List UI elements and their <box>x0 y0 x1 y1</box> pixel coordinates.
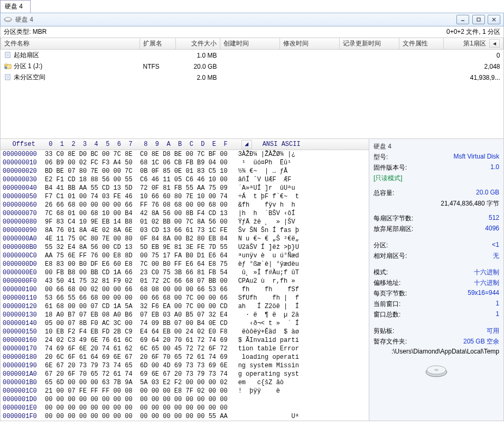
relative-sector-value: 无 <box>493 252 499 261</box>
hex-row[interactable]: 0000000B055 32 E4 8A 56 00 CD 13 5D EB 9… <box>1 243 369 252</box>
hex-row[interactable]: 0000001906E 67 20 73 79 73 74 65 6D 00 4… <box>1 361 369 370</box>
hex-ascii-header: ANSI ASCII <box>263 140 301 148</box>
mode-value: 十六进制 <box>474 268 499 277</box>
col-modified[interactable]: 修改时间 <box>279 38 339 50</box>
info-bar: 分区类型: MBR 0+0+2 文件, 1 分区 <box>0 26 504 38</box>
table-row[interactable]: 分区 1 (J:)NTFS20.0 GB2,048 <box>1 61 503 72</box>
hex-row[interactable]: 0000000F043 50 41 75 32 81 F9 02 01 72 2… <box>1 277 369 285</box>
firmware-label: 固件版本号: <box>374 163 407 172</box>
col-first-sector[interactable]: 第1扇区◂ <box>444 38 503 50</box>
svg-point-1 <box>5 17 11 21</box>
hex-row[interactable]: 0000000D0E8 83 00 B0 DF E6 60 E8 7C 00 B… <box>1 260 369 268</box>
drive-icon <box>4 16 12 23</box>
hex-row[interactable]: 0000001A067 20 6F 70 65 72 61 74 69 6E 6… <box>1 370 369 378</box>
hex-row[interactable]: 00000011053 66 55 66 68 00 00 00 00 66 6… <box>1 294 369 302</box>
hex-columns-header: 0 1 2 3 4 5 6 7 8 9 A B C D E F <box>45 140 228 148</box>
partition-label: 分区: <box>374 241 388 250</box>
clipboard-label: 剪贴板: <box>374 327 394 336</box>
close-button[interactable] <box>488 15 500 24</box>
hex-row[interactable]: 0000000E000 FB B8 00 BB CD 1A 66 23 C0 7… <box>1 268 369 277</box>
hex-toggle-icon[interactable]: ◢ <box>241 140 252 148</box>
bytes-per-page-label: 每页字节数: <box>374 289 407 298</box>
temp-folder-path: :\Users\Diamond\AppData\Local\Temp <box>374 348 499 355</box>
capacity-label: 总容量: <box>374 189 394 198</box>
hex-row[interactable]: 0000001E000 00 00 00 00 00 00 00 00 00 0… <box>1 404 369 412</box>
hex-offset-header: Offset <box>3 140 45 148</box>
partition-value: <1 <box>492 241 499 250</box>
bytes-per-page-value: 59x16=944 <box>468 289 499 298</box>
hex-row[interactable]: 0000000C0AA 75 6E FF 76 00 E8 8D 00 75 1… <box>1 252 369 260</box>
hex-row[interactable]: 0000000809F 83 C4 10 9E EB 14 B8 01 02 B… <box>1 218 369 226</box>
partition-icon <box>4 63 12 69</box>
hex-row[interactable]: 0000001F000 00 00 00 00 00 00 00 00 00 0… <box>1 412 369 421</box>
hex-editor[interactable]: Offset 0 1 2 3 4 5 6 7 8 9 A B C D E F ◢… <box>1 139 369 421</box>
total-windows-value: 1 <box>496 310 499 319</box>
hex-row[interactable]: 00000010000 66 68 00 02 00 00 66 68 08 0… <box>1 285 369 294</box>
partition-type-label: 分区类型: MBR <box>4 27 46 36</box>
capacity-bytes: 21,474,836,480 字节 <box>374 199 499 208</box>
drive-large-icon <box>374 363 499 378</box>
hex-row[interactable]: 000000050F7 C1 01 00 74 03 FE 46 10 66 6… <box>1 192 369 201</box>
file-count-label: 0+0+2 文件, 1 分区 <box>446 27 500 36</box>
hex-row[interactable]: 0000001D000 00 00 00 00 00 00 00 00 00 0… <box>1 395 369 404</box>
tail-sectors-label: 放弃尾部扇区: <box>374 225 413 234</box>
sector-icon <box>4 52 12 58</box>
bytes-per-sector-value: 512 <box>489 214 499 223</box>
capacity-value: 20.0 GB <box>476 189 499 198</box>
current-window-value: 1 <box>496 300 499 309</box>
details-panel: 硬盘 4 型号:Msft Virtual Disk 固件版本号:1.0 [只读模… <box>369 139 503 421</box>
table-row[interactable]: 未分区空间2.0 MB41,938,9... <box>1 72 503 83</box>
hex-row[interactable]: 0000001C021 00 07 FE FF FF 00 08 00 00 0… <box>1 387 369 395</box>
col-size[interactable]: 文件大小 <box>175 38 220 50</box>
col-created[interactable]: 创建时间 <box>220 38 279 50</box>
col-ext[interactable]: 扩展名 <box>140 38 176 50</box>
hex-row[interactable]: 00000006026 66 68 00 00 00 00 66 FF 76 0… <box>1 201 369 209</box>
hex-row[interactable]: 000000040B4 41 BB AA 55 CD 13 5D 72 0F 8… <box>1 184 369 192</box>
hex-row[interactable]: 00000013018 A0 B7 07 EB 08 A0 B6 07 EB 0… <box>1 311 369 319</box>
file-list[interactable]: 文件名称 扩展名 文件大小 创建时间 修改时间 记录更新时间 文件属性 第1扇区… <box>0 38 504 139</box>
hex-row[interactable]: 00000001006 B9 00 02 FC F3 A4 50 68 1C 0… <box>1 159 369 167</box>
maximize-button[interactable] <box>472 15 485 24</box>
hex-row[interactable]: 0000001B065 6D 00 00 00 63 7B 9A 5A 03 E… <box>1 378 369 387</box>
svg-rect-3 <box>477 18 480 21</box>
bytes-per-sector-label: 每扇区字节数: <box>374 214 413 223</box>
panel-header: 硬盘 4 <box>0 13 504 26</box>
hex-row[interactable]: 000000020BD BE 07 80 7E 00 00 7C 0B 0F 8… <box>1 167 369 175</box>
col-record[interactable]: 记录更新时间 <box>339 38 399 50</box>
col-attr[interactable]: 文件属性 <box>399 38 443 50</box>
temp-folder-value: 205 GB 空余 <box>463 337 499 346</box>
hex-row[interactable]: 00000015010 EB F2 F4 EB FD 2B C9 E4 64 E… <box>1 328 369 336</box>
hex-row[interactable]: 00000000033 C0 8E D0 BC 00 7C 8E C0 8E D… <box>1 150 369 159</box>
outer-tab[interactable]: 硬盘 4 <box>0 0 31 13</box>
first-sector-sort-icon[interactable]: ◂ <box>489 39 500 48</box>
svg-rect-11 <box>5 64 7 66</box>
hex-row[interactable]: 00000014005 00 07 8B F0 AC 3C 00 74 09 B… <box>1 319 369 328</box>
hex-row[interactable]: 0000000A04E 11 75 0C 80 7E 00 80 0F 84 8… <box>1 235 369 243</box>
current-window-label: 当前窗口: <box>374 300 400 309</box>
hex-row[interactable]: 00000016024 02 C3 49 6E 76 61 6C 69 64 2… <box>1 336 369 345</box>
offset-addr-label: 偏移地址: <box>374 278 400 287</box>
col-name[interactable]: 文件名称 <box>1 38 140 50</box>
hex-row[interactable]: 00000018020 6C 6F 61 64 69 6E 67 20 6F 7… <box>1 353 369 361</box>
hex-row[interactable]: 00000012061 68 00 00 07 CD 1A 5A 32 F6 E… <box>1 302 369 311</box>
panel-title: 硬盘 4 <box>15 15 33 24</box>
relative-sector-label: 相对扇区号: <box>374 252 407 261</box>
hex-row[interactable]: 0000000707C 68 01 00 68 10 00 B4 42 8A 5… <box>1 209 369 218</box>
firmware-value: 1.0 <box>490 163 499 172</box>
tail-sectors-value: 4096 <box>485 225 499 234</box>
total-windows-label: 窗口总数: <box>374 310 400 319</box>
hex-row[interactable]: 000000030E2 F1 CD 18 88 56 00 55 C6 46 1… <box>1 175 369 184</box>
table-row[interactable]: 起始扇区1.0 MB0 <box>1 50 503 61</box>
offset-addr-value: 十六进制 <box>474 278 499 287</box>
hex-row[interactable]: 00000017074 69 6F 6E 20 74 61 62 6C 65 0… <box>1 345 369 353</box>
temp-folder-label: 暂存文件夹: <box>374 337 407 346</box>
readonly-badge: [只读模式] <box>374 174 499 183</box>
details-title: 硬盘 4 <box>374 142 499 151</box>
hex-row[interactable]: 0000000908A 76 01 8A 4E 02 8A 6E 03 CD 1… <box>1 226 369 235</box>
model-value: Msft Virtual Disk <box>454 153 499 162</box>
minimize-button[interactable] <box>456 15 469 24</box>
mode-label: 模式: <box>374 268 388 277</box>
outer-tab-label: 硬盘 4 <box>5 3 23 10</box>
svg-point-19 <box>434 369 438 371</box>
clipboard-value: 可用 <box>487 327 499 336</box>
